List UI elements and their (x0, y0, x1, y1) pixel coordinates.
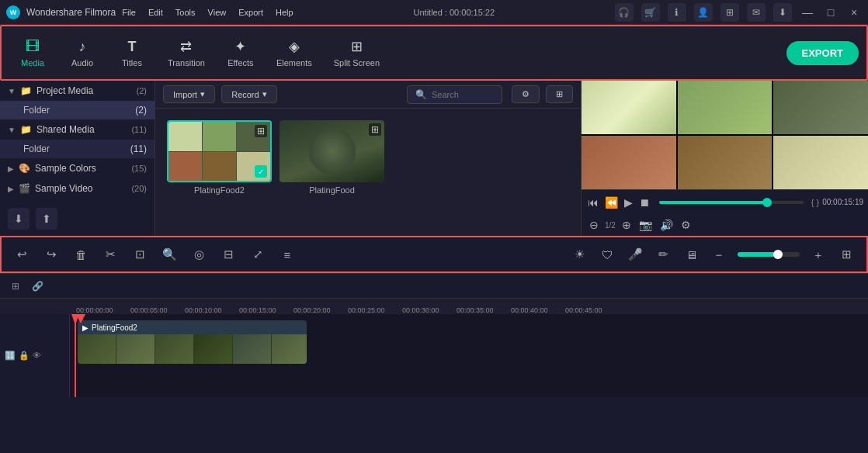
folder-label: Folder (23, 105, 50, 116)
crop-button[interactable]: ⊡ (127, 242, 152, 267)
expand-button[interactable]: ⊞ (834, 242, 859, 267)
volume-button[interactable]: 🔊 (658, 217, 675, 233)
info-icon[interactable]: ℹ (668, 3, 686, 22)
effects-icon: ✦ (234, 38, 246, 55)
composite-button[interactable]: ⊟ (216, 242, 241, 267)
menu-view[interactable]: View (208, 8, 227, 17)
menu-tools[interactable]: Tools (175, 8, 196, 17)
zoom-button[interactable]: 🔍 (157, 242, 182, 267)
menu-export[interactable]: Export (238, 8, 263, 17)
mic-button[interactable]: 🎤 (623, 242, 648, 267)
close-button[interactable]: × (846, 6, 862, 19)
zoom-out-button[interactable]: − (707, 242, 731, 267)
shared-media-folder[interactable]: Folder (11) (0, 140, 155, 158)
color-icon: ◎ (194, 247, 204, 261)
edit-toolbar: ↩ ↪ 🗑 ✂ ⊡ 🔍 ◎ ⊟ ⤢ ≡ ☀ 🛡 🎤 ✏ 🖥 − + ⊞ (0, 236, 868, 273)
preview-time: 00:00:15:19 (822, 198, 863, 206)
grid-view-button[interactable]: ⊞ (546, 85, 573, 103)
timeline-ruler: 00:00:00:00 00:00:05:00 00:00:10:00 00:0… (0, 299, 868, 314)
shared-media-label: Shared Media (36, 124, 95, 135)
sample-colors-row[interactable]: ▶ 🎨 Sample Colors (15) (0, 158, 155, 178)
elements-label: Elements (276, 58, 312, 67)
screenshot-button[interactable]: 📷 (637, 217, 654, 233)
play-button[interactable]: ▶ (623, 195, 634, 210)
zoom-in-preview-button[interactable]: ⊕ (620, 217, 633, 233)
stop-button[interactable]: ⏹ (637, 195, 651, 210)
delete-button[interactable]: 🗑 (68, 242, 93, 267)
shield-button[interactable]: 🛡 (595, 242, 620, 267)
toolbar-titles[interactable]: T Titles (109, 34, 155, 72)
timeline-link-button[interactable]: 🔗 (28, 277, 47, 296)
undo-button[interactable]: ↩ (9, 242, 34, 267)
zoom-out-preview-button[interactable]: ⊖ (588, 217, 600, 233)
monitor-button[interactable]: 🖥 (679, 242, 703, 267)
toolbar-effects[interactable]: ✦ Effects (217, 33, 264, 72)
headphone-icon[interactable]: 🎧 (615, 3, 634, 22)
plus-icon: + (815, 248, 822, 261)
record-button[interactable]: Record ▾ (221, 85, 276, 103)
toolbar-split-screen[interactable]: ⊞ Split Screen (325, 33, 389, 72)
search-input[interactable] (432, 90, 494, 99)
video-track[interactable]: ▶ PlatingFood2 (78, 320, 307, 364)
zoom-slider-thumb[interactable] (773, 250, 783, 259)
expand-icon: ⊞ (842, 247, 852, 261)
fullscreen-button[interactable]: ⤢ (245, 242, 270, 267)
zoom-in-button[interactable]: + (806, 242, 831, 267)
maximize-button[interactable]: □ (823, 6, 838, 19)
bracket-left-icon: { } (811, 198, 819, 207)
media-item-platingfood[interactable]: ⊞ PlatingFood (279, 120, 384, 195)
download-icon[interactable]: ⬇ (773, 3, 792, 22)
toolbar-transition[interactable]: ⇄ Transition (158, 33, 214, 72)
export-media-button[interactable]: ⬆ (36, 208, 57, 230)
adjust-button[interactable]: ≡ (275, 242, 300, 267)
cut-button[interactable]: ✂ (98, 242, 123, 267)
zoom-icon: 🔍 (162, 247, 177, 261)
timeline-content: 🔢 🔒 👁 ▶ PlatingFood2 (0, 314, 868, 397)
minimize-button[interactable]: — (800, 6, 815, 19)
track-lock-icon[interactable]: 🔒 (19, 351, 30, 361)
boxes-icon[interactable]: ⊞ (720, 3, 739, 22)
crop-icon: ⊡ (135, 247, 145, 261)
import-button[interactable]: Import ▾ (163, 85, 215, 103)
folder-icon: 📁 (20, 85, 32, 96)
mail-icon[interactable]: ✉ (747, 3, 766, 22)
shared-media-row[interactable]: ▼ 📁 Shared Media (11) (0, 119, 155, 140)
app-name: Wondershare Filmora (26, 7, 116, 18)
settings-button[interactable]: ⚙ (679, 217, 693, 233)
edit2-button[interactable]: ✏ (651, 242, 675, 267)
zoom-slider[interactable] (738, 252, 800, 257)
frame-back-button[interactable]: ⏪ (603, 195, 620, 210)
toolbar-media[interactable]: 🎞 Media (9, 34, 56, 72)
brightness-button[interactable]: ☀ (567, 242, 592, 267)
project-media-row[interactable]: ▼ 📁 Project Media (2) (0, 81, 155, 101)
toolbar-audio[interactable]: ♪ Audio (59, 34, 106, 72)
export-button[interactable]: EXPORT (786, 41, 859, 65)
filter-button[interactable]: ⚙ (512, 85, 540, 103)
right-edit-buttons: ☀ 🛡 🎤 ✏ 🖥 − + ⊞ (567, 242, 859, 267)
preview-panel: ⏮ ⏪ ▶ ⏹ { } 00:00:15:19 ⊖ 1/2 ⊕ 📷 🔊 ⚙ (581, 81, 868, 236)
menu-edit[interactable]: Edit (148, 8, 163, 17)
color-button[interactable]: ◎ (186, 242, 211, 267)
media-item-platingfood2[interactable]: ⊞ ✓ PlatingFood2 (167, 120, 272, 195)
sample-video-row[interactable]: ▶ 🎬 Sample Video (20) (0, 178, 155, 199)
project-media-folder[interactable]: Folder (2) (0, 101, 155, 119)
cart-icon[interactable]: 🛒 (641, 3, 660, 22)
step-back-button[interactable]: ⏮ (586, 195, 600, 210)
import-media-button[interactable]: ⬇ (8, 208, 30, 230)
track-eye-icon[interactable]: 👁 (33, 351, 41, 361)
zoom-controls: ⊖ 1/2 ⊕ 📷 🔊 ⚙ (582, 214, 868, 236)
menu-file[interactable]: File (122, 8, 136, 17)
user-icon[interactable]: 👤 (694, 3, 713, 22)
toolbar-elements[interactable]: ◈ Elements (267, 33, 321, 72)
preview-controls: ⏮ ⏪ ▶ ⏹ { } 00:00:15:19 (582, 189, 868, 214)
timeline-playhead[interactable] (75, 314, 76, 397)
redo-button[interactable]: ↪ (39, 242, 64, 267)
ruler-ticks: 00:00:00:00 00:00:05:00 00:00:10:00 00:0… (71, 299, 620, 314)
progress-thumb[interactable] (762, 198, 772, 207)
menu-help[interactable]: Help (276, 8, 293, 17)
monitor-icon: 🖥 (686, 248, 697, 261)
timeline-add-button[interactable]: ⊞ (6, 277, 25, 296)
timeline: ⊞ 🔗 00:00:00:00 00:00:05:00 00:00:10:00 … (0, 273, 868, 397)
preview-progress-bar[interactable] (659, 201, 804, 204)
timeline-toolbar: ⊞ 🔗 (0, 274, 868, 299)
